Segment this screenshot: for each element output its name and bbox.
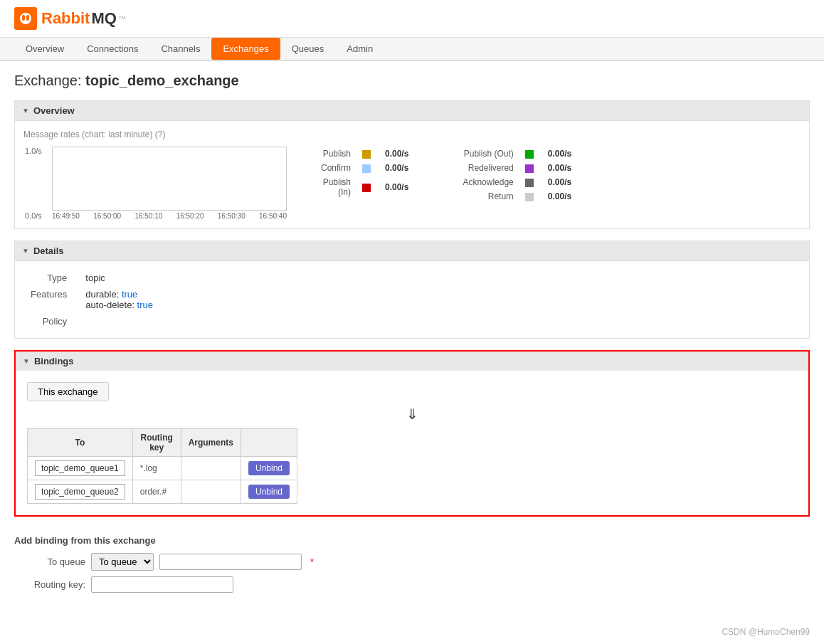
rate-return-swatch-cell xyxy=(519,189,542,204)
details-type-row: Type topic xyxy=(23,270,160,286)
nav-connections[interactable]: Connections xyxy=(75,38,149,60)
to-queue-input[interactable] xyxy=(159,554,302,570)
rate-row-confirm: Confirm 0.00/s xyxy=(315,161,414,175)
autodelete-link[interactable]: true xyxy=(137,300,153,310)
redelivered-swatch xyxy=(525,164,534,173)
acknowledge-swatch xyxy=(525,179,534,187)
policy-label: Policy xyxy=(23,313,78,329)
overview-header[interactable]: ▼ Overview xyxy=(14,100,810,120)
features-value: durable: true auto-delete: true xyxy=(78,286,160,313)
features-label: Features xyxy=(23,286,78,313)
rate-acknowledge-swatch-cell xyxy=(519,175,542,189)
rate-redelivered-label: Redelivered xyxy=(457,161,519,175)
confirm-swatch xyxy=(362,164,371,173)
policy-value xyxy=(78,313,160,329)
rate-row-publish-in: Publish(In) 0.00/s xyxy=(315,175,414,199)
type-value: topic xyxy=(78,270,160,286)
rates-left-table: Publish 0.00/s Confirm 0.00/s Publish(In… xyxy=(315,147,414,199)
rate-return-value: 0.00/s xyxy=(542,189,577,204)
main-nav: Overview Connections Channels Exchanges … xyxy=(0,38,824,61)
rate-redelivered-swatch-cell xyxy=(519,161,542,175)
bindings-header[interactable]: ▼ Bindings xyxy=(16,352,808,371)
bindings-tbody: topic_demo_queue1 *.log Unbind topic_dem… xyxy=(28,457,297,504)
chart-wrap: 1.0/s 0.0/s 16:49:50 16:50:00 16:50:10 1… xyxy=(52,147,287,220)
logo-mq-text: MQ xyxy=(91,9,116,28)
nav-overview[interactable]: Overview xyxy=(14,38,75,60)
to-queue-select[interactable]: To queue xyxy=(91,553,154,571)
col-routing-key: Routing key xyxy=(132,429,181,457)
rabbit-icon xyxy=(19,11,33,26)
routing-key-row: Routing key: xyxy=(14,576,810,593)
details-header[interactable]: ▼ Details xyxy=(14,241,810,260)
svg-point-0 xyxy=(20,13,31,24)
details-section: ▼ Details Type topic Features durable: t… xyxy=(14,241,810,339)
routing-key-input[interactable] xyxy=(91,576,233,593)
exchange-name: topic_demo_exchange xyxy=(85,73,239,88)
details-content: Type topic Features durable: true auto-d… xyxy=(14,260,810,339)
routing-key-2: order.# xyxy=(132,480,181,504)
unbind-button-2[interactable]: Unbind xyxy=(248,485,290,499)
nav-exchanges[interactable]: Exchanges xyxy=(211,38,280,60)
rate-row-acknowledge: Acknowledge 0.00/s xyxy=(457,175,577,189)
rate-publish-in-value: 0.00/s xyxy=(379,175,414,199)
to-queue-row: To queue To queue * xyxy=(14,553,810,571)
rate-publish-out-label: Publish (Out) xyxy=(457,147,519,161)
message-rates-title: Message rates (chart: last minute) (?) xyxy=(23,130,801,139)
this-exchange-button[interactable]: This exchange xyxy=(27,382,109,401)
nav-queues[interactable]: Queues xyxy=(280,38,336,60)
overview-section: ▼ Overview Message rates (chart: last mi… xyxy=(14,100,810,229)
x-label-6: 16:50:40 xyxy=(259,212,287,220)
details-policy-row: Policy xyxy=(23,313,160,329)
rate-row-return: Return 0.00/s xyxy=(457,189,577,204)
logo-trademark: ™ xyxy=(118,14,126,23)
logo-icon xyxy=(14,7,37,30)
bindings-collapse-arrow: ▼ xyxy=(23,357,30,365)
bindings-thead: To Routing key Arguments xyxy=(28,429,297,457)
rate-publish-swatch-cell xyxy=(356,147,379,161)
page-title: Exchange: topic_demo_exchange xyxy=(14,73,810,89)
rate-publish-value: 0.00/s xyxy=(379,147,414,161)
rate-row-publish-out: Publish (Out) 0.00/s xyxy=(457,147,577,161)
bindings-label: Bindings xyxy=(34,356,74,366)
nav-channels[interactable]: Channels xyxy=(149,38,211,60)
message-rates-label: Message rates xyxy=(23,130,80,139)
chart-y-top: 1.0/s xyxy=(25,147,42,155)
rate-publish-out-swatch-cell xyxy=(519,147,542,161)
add-binding-section: Add binding from this exchange To queue … xyxy=(14,528,810,606)
rate-row-publish: Publish 0.00/s xyxy=(315,147,414,161)
type-label: Type xyxy=(23,270,78,286)
unbind-button-1[interactable]: Unbind xyxy=(248,461,290,475)
rate-confirm-label: Confirm xyxy=(315,161,356,175)
page-title-prefix: Exchange: xyxy=(14,73,85,88)
publish-out-swatch xyxy=(525,150,534,159)
x-label-5: 16:50:30 xyxy=(218,212,245,220)
svg-rect-1 xyxy=(22,15,25,21)
bindings-content: This exchange ⇓ To Routing key Arguments xyxy=(16,371,808,515)
table-row: topic_demo_queue2 order.# Unbind xyxy=(28,480,297,504)
queue-cell-1: topic_demo_queue1 xyxy=(28,457,133,480)
rates-right-table: Publish (Out) 0.00/s Redelivered 0.00/s … xyxy=(457,147,577,204)
rate-publish-in-swatch-cell xyxy=(356,175,379,199)
rate-publish-out-value: 0.00/s xyxy=(542,147,577,161)
queue-box-1: topic_demo_queue1 xyxy=(35,460,125,476)
col-to: To xyxy=(28,429,133,457)
rate-publish-in-label: Publish(In) xyxy=(315,175,356,199)
rate-confirm-value: 0.00/s xyxy=(379,161,414,175)
rate-redelivered-value: 0.00/s xyxy=(542,161,577,175)
chart-y-bottom: 0.0/s xyxy=(25,211,42,220)
arguments-1 xyxy=(181,457,241,480)
nav-admin[interactable]: Admin xyxy=(335,38,384,60)
col-action xyxy=(241,429,297,457)
details-collapse-arrow: ▼ xyxy=(22,247,29,255)
rate-row-redelivered: Redelivered 0.00/s xyxy=(457,161,577,175)
x-label-3: 16:50:10 xyxy=(134,212,162,220)
routing-key-1: *.log xyxy=(132,457,181,480)
page-content: Exchange: topic_demo_exchange ▼ Overview… xyxy=(0,61,824,617)
return-swatch xyxy=(525,193,534,201)
binding-arrow: ⇓ xyxy=(27,406,797,423)
details-features-row: Features durable: true auto-delete: true xyxy=(23,286,160,313)
table-row: topic_demo_queue1 *.log Unbind xyxy=(28,457,297,480)
x-label-1: 16:49:50 xyxy=(52,212,80,220)
x-label-4: 16:50:20 xyxy=(176,212,204,220)
durable-link[interactable]: true xyxy=(122,289,137,300)
